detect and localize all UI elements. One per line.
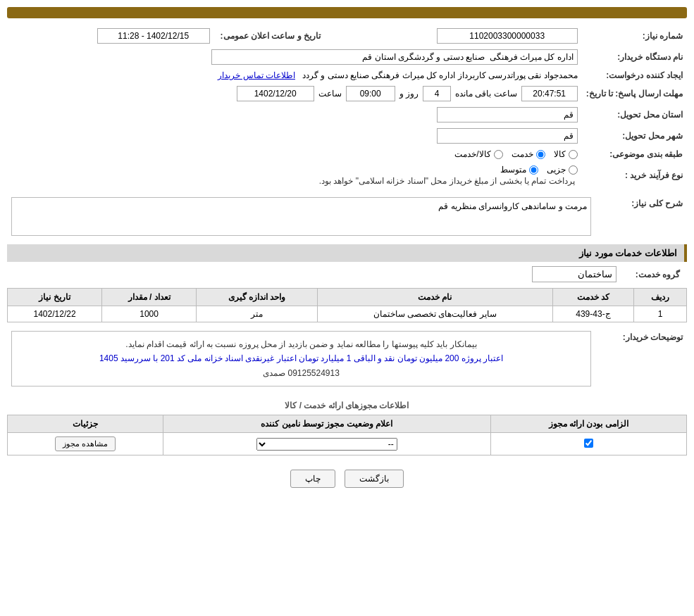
note-line3: 09125524913 صمدی (19, 366, 583, 380)
main-info-table: شماره نیاز: تاریخ و ساعت اعلان عمومی: نا… (7, 25, 687, 189)
col-row-header: ردیف (634, 289, 687, 306)
category-label: طبقه بندی موضوعی: (582, 146, 687, 162)
purchase-jozi-label: جزیی (547, 165, 566, 175)
services-section-title: اطلاعات خدمات مورد نیاز (7, 244, 687, 262)
province-input (437, 107, 578, 122)
note-label: توضیحات خریدار: (595, 328, 687, 395)
permit-status-select[interactable]: -- (256, 438, 397, 451)
service-group-input (532, 266, 616, 282)
service-group-label: گروه خدمت: (624, 270, 680, 279)
col-unit-header: واحد اندازه گیری (197, 289, 318, 306)
back-button[interactable]: بازگشت (345, 470, 404, 488)
category-kala-label: کالا (554, 149, 566, 159)
need-desc-table: شرح کلی نیاز: مرمت و ساماندهی کاروانسرای… (7, 194, 687, 239)
permit-col-details: جزئیات (8, 415, 163, 433)
col-code-header: کد خدمت (552, 289, 633, 306)
need-desc-label: شرح کلی نیاز: (595, 194, 687, 239)
permit-col-status: اعلام وضعیت مجوز توسط نامین کننده (163, 415, 490, 433)
page-title (7, 7, 687, 18)
purchase-motaset-radio[interactable] (529, 165, 538, 175)
col-name-header: نام خدمت (317, 289, 552, 306)
category-kala-khadamat-label: کالا/خدمت (454, 149, 490, 159)
services-table: ردیف کد خدمت نام خدمت واحد اندازه گیری ت… (7, 288, 687, 322)
deadline-days-label: روز و (399, 89, 419, 99)
deadline-remain-input (521, 86, 578, 101)
page-wrapper: شماره نیاز: تاریخ و ساعت اعلان عمومی: نا… (0, 0, 694, 616)
buyer-name-label: نام دستگاه خریدار: (582, 46, 687, 68)
col-qty-header: تعداد / مقدار (102, 289, 197, 306)
deadline-days-input (423, 86, 451, 101)
city-input (437, 128, 578, 144)
need-number-label: شماره نیاز: (582, 25, 687, 46)
buttons-row: بازگشت چاپ (7, 463, 687, 495)
category-khadamat-label: خدمت (512, 149, 533, 159)
col-date-header: تاریخ نیاز (8, 289, 102, 306)
need-number-input (437, 28, 578, 44)
creator-value: محمدجواد نقی پوراتدرسی کاربرداز اداره کل… (302, 70, 578, 80)
print-button[interactable]: چاپ (290, 470, 335, 488)
permit-required-checkbox[interactable] (584, 439, 593, 448)
permit-section-title: اطلاعات مجوزهای ارائه خدمت / کالا (7, 401, 687, 410)
datetime-label: تاریخ و ساعت اعلان عمومی: (214, 25, 327, 46)
purchase-motaset-label: متوسط (500, 165, 526, 175)
permit-col-required: الزامی بودن ارائه مجوز (490, 415, 686, 433)
need-desc-value: مرمت و ساماندهی کاروانسرای منظریه قم (438, 201, 587, 211)
buyer-notes-table: توضیحات خریدار: بیمانکار باید کلیه پیوست… (7, 328, 687, 395)
permit-table: الزامی بودن ارائه مجوز اعلام وضعیت مجوز … (7, 415, 687, 455)
datetime-input (97, 28, 210, 44)
deadline-time-label: ساعت (318, 89, 342, 99)
category-khadamat-radio[interactable] (536, 150, 545, 159)
buyer-name-input (211, 49, 578, 65)
service-group-row: گروه خدمت: (7, 266, 680, 282)
view-permit-button[interactable]: مشاهده مجوز (55, 436, 116, 451)
deadline-label: مهلت ارسال پاسخ: تا تاریخ: (582, 83, 687, 104)
table-row: --مشاهده مجوز (8, 433, 687, 455)
deadline-time-input (346, 86, 395, 101)
note-line1: بیمانکار باید کلیه پیوستها را مطالعه نما… (19, 337, 583, 351)
note-line2: اعتبار پروژه 200 میلیون تومان نقد و البا… (19, 351, 583, 365)
creator-label: ایجاد کننده درخواست: (582, 68, 687, 83)
table-row: 1ج-43-439سایر فعالیت‌های تخصصی ساختمانمت… (8, 306, 687, 322)
need-desc-box: مرمت و ساماندهی کاروانسرای منظریه قم (11, 197, 591, 236)
deadline-remain-label: ساعت باقی مانده (455, 89, 517, 99)
purchase-note: پرداخت تمام یا بخشی از مبلغ خریداز محل "… (319, 176, 575, 186)
province-label: استان محل تحویل: (582, 104, 687, 125)
note-box: بیمانکار باید کلیه پیوستها را مطالعه نما… (11, 331, 591, 386)
city-label: شهر محل تحویل: (582, 125, 687, 146)
deadline-date-input (237, 86, 314, 101)
category-kala-khadamat-radio[interactable] (494, 150, 503, 159)
creator-contact-link[interactable]: اطلاعات تماس خریدار (218, 70, 295, 80)
purchase-jozi-radio[interactable] (569, 165, 578, 175)
purchase-type-label: نوع فرآیند خرید : (582, 162, 687, 189)
category-kala-radio[interactable] (569, 150, 578, 159)
